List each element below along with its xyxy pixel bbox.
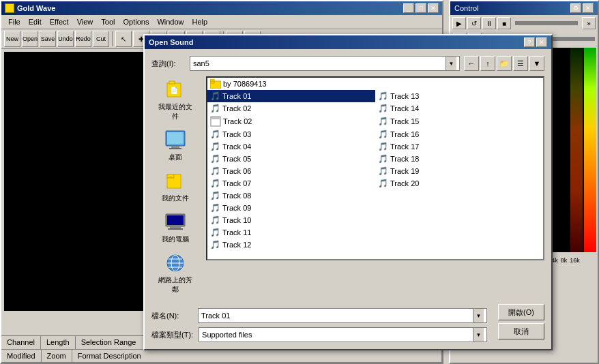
redo-button[interactable]: Redo: [75, 31, 91, 47]
spacer-3: [375, 202, 543, 214]
my-documents-item[interactable]: 我的文件: [154, 168, 198, 206]
recent-files-item[interactable]: 📄 我最近的文件: [154, 76, 198, 124]
list-item[interactable]: 🎵 Track 19: [375, 165, 543, 177]
list-item[interactable]: 🎵 Track 20: [375, 177, 543, 189]
spacer-2: [375, 189, 543, 202]
filename-arrow[interactable]: ▼: [473, 309, 484, 322]
file-name: Track 16: [390, 130, 419, 138]
svg-rect-4: [167, 132, 184, 145]
status-zoom: Zoom: [42, 350, 72, 363]
cut-button[interactable]: Cut: [93, 31, 109, 47]
menu-window[interactable]: Window: [153, 16, 188, 27]
desktop-item[interactable]: 桌面: [154, 127, 198, 165]
menu-edit[interactable]: Edit: [25, 16, 46, 27]
audio-icon: 🎵: [378, 91, 388, 101]
save-button[interactable]: Save: [40, 31, 56, 47]
maximize-button[interactable]: □: [415, 3, 426, 13]
filetype-arrow[interactable]: ▼: [473, 328, 484, 342]
menu-tool[interactable]: Tool: [97, 16, 119, 27]
list-item[interactable]: 🎵 Track 10: [207, 214, 375, 226]
recent-label: 我最近的文件: [156, 102, 195, 121]
list-item[interactable]: 🎵 Track 02: [207, 102, 375, 115]
menu-help[interactable]: Help: [188, 16, 212, 27]
menu-view[interactable]: View: [73, 16, 98, 27]
fast-forward-button[interactable]: »: [582, 17, 596, 29]
list-item[interactable]: by 70869413: [207, 78, 375, 90]
cancel-button[interactable]: 取消: [498, 323, 544, 339]
position-slider[interactable]: [515, 21, 578, 25]
ctrl-settings-button[interactable]: ⚙: [570, 3, 581, 13]
new-button[interactable]: New: [4, 31, 20, 47]
list-item[interactable]: 🎵 Track 18: [375, 153, 543, 165]
spacer-4: [375, 214, 543, 226]
stop-button[interactable]: ■: [497, 17, 511, 29]
file-name: Track 15: [390, 117, 419, 125]
play-button[interactable]: ▶: [452, 17, 466, 29]
list-item[interactable]: 🎵 Track 06: [207, 165, 375, 177]
list-item[interactable]: 🎵 Track 15: [375, 115, 543, 128]
action-buttons: 開啟(O) 取消: [498, 304, 544, 342]
svg-rect-6: [169, 148, 181, 149]
list-item[interactable]: 🎵 Track 16: [375, 128, 543, 140]
filetype-label: 檔案類型(T):: [151, 330, 193, 340]
recent-icon: 📄: [164, 79, 186, 101]
folder-combo[interactable]: san5 ▼: [190, 56, 460, 71]
audio-icon: 🎵: [378, 117, 388, 126]
list-item[interactable]: 🎵 Track 13: [375, 90, 543, 102]
menu-options[interactable]: Options: [119, 16, 153, 27]
list-item[interactable]: 🎵 Track 11: [207, 226, 375, 239]
list-item[interactable]: 🎵 Track 08: [207, 189, 375, 202]
file-name: Track 08: [222, 192, 251, 200]
view-btn2[interactable]: ▼: [529, 56, 544, 71]
freq-label-10: 8k: [561, 257, 568, 264]
file-name: Track 01: [222, 92, 251, 100]
list-item[interactable]: 🎵 Track 09: [207, 202, 375, 214]
menu-effect[interactable]: Effect: [46, 16, 73, 27]
up-button[interactable]: ↑: [480, 56, 495, 71]
close-button[interactable]: ✕: [428, 3, 439, 13]
list-item[interactable]: Track 02: [207, 115, 375, 128]
my-computer-item[interactable]: 我的電腦: [154, 209, 198, 247]
list-item[interactable]: 🎵 Track 14: [375, 102, 543, 115]
list-item[interactable]: 🎵 Track 04: [207, 140, 375, 153]
svg-rect-20: [210, 79, 214, 81]
minimize-button[interactable]: _: [403, 3, 414, 13]
network-item[interactable]: 網路上的芳鄰: [154, 249, 198, 297]
list-item[interactable]: 🎵 Track 03: [207, 128, 375, 140]
audio-icon: 🎵: [210, 166, 220, 176]
dialog-help-button[interactable]: ?: [524, 37, 535, 47]
dialog-close-button[interactable]: ✕: [536, 37, 547, 47]
list-item[interactable]: 🎵 Track 12: [207, 239, 375, 251]
list-item[interactable]: 🎵 Track 05: [207, 153, 375, 165]
filename-input[interactable]: Track 01 ▼: [198, 308, 487, 323]
dialog-content: 📄 我最近的文件 桌面: [151, 76, 544, 297]
file-name: Track 07: [222, 179, 251, 187]
file-name: Track 19: [390, 167, 419, 175]
open-button[interactable]: 開啟(O): [498, 304, 544, 320]
undo-button[interactable]: Undo: [57, 31, 74, 47]
open-button[interactable]: Open: [22, 31, 38, 47]
main-title-bar: Gold Wave _ □ ✕: [1, 1, 442, 15]
menu-bar: File Edit Effect View Tool Options Windo…: [1, 15, 442, 29]
folder-combo-arrow[interactable]: ▼: [445, 57, 456, 70]
audio-icon: 🎵: [378, 130, 388, 139]
play-loop-button[interactable]: ↺: [467, 17, 481, 29]
filetype-combo[interactable]: Supported files ▼: [199, 327, 487, 342]
back-button[interactable]: ←: [464, 56, 479, 71]
menu-file[interactable]: File: [4, 16, 25, 27]
image-icon: [210, 116, 221, 127]
list-item[interactable]: 🎵 Track 07: [207, 177, 375, 189]
view-button[interactable]: ☰: [513, 56, 528, 71]
audio-icon: 🎵: [210, 104, 220, 113]
list-item[interactable]: 🎵 Track 17: [375, 140, 543, 153]
list-item[interactable]: 🎵 Track 01: [207, 90, 375, 102]
pause-button[interactable]: ⏸: [482, 17, 496, 29]
folder-icon: [210, 79, 221, 89]
file-name: Track 18: [390, 155, 419, 163]
new-folder-button[interactable]: 📁: [497, 56, 512, 71]
status-format: Format Description: [72, 350, 442, 363]
ctrl-close-button[interactable]: ✕: [583, 3, 594, 13]
file-name: Track 17: [390, 142, 419, 151]
app-icon: [5, 3, 14, 13]
tool1[interactable]: ↖: [115, 31, 132, 47]
